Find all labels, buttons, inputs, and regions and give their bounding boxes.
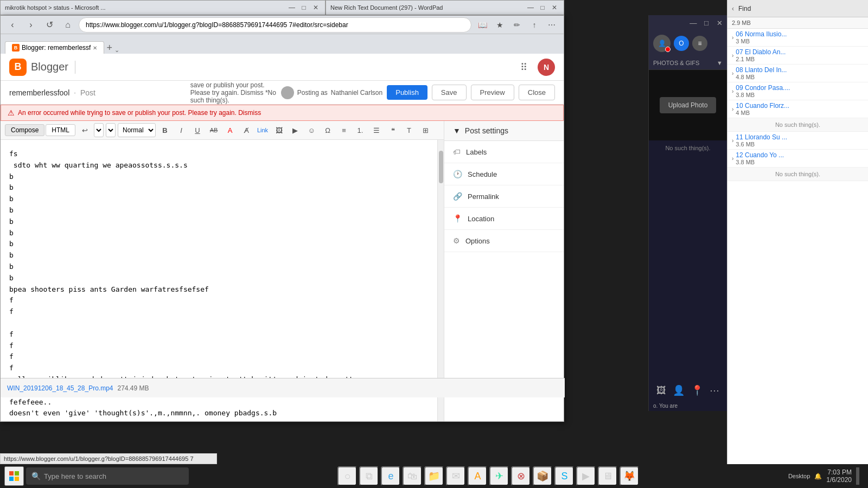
chat-bottom-btn-2[interactable]: 👤 xyxy=(673,384,685,396)
browser-refresh-btn[interactable]: ↺ xyxy=(42,17,57,33)
posting-as-section: Posting as Nathaniel Carlson xyxy=(281,86,382,99)
taskbar: 🔍 Type here to search ○ ⧉ e 🛍 📁 ✉ A ✈ ⊗ … xyxy=(0,464,868,488)
show-desktop-btn[interactable] xyxy=(856,467,859,485)
browser-back-btn[interactable]: ‹ xyxy=(5,17,20,33)
clear-format-btn[interactable]: T xyxy=(402,123,416,137)
taskbar-tripadvisor-btn[interactable]: ✈ xyxy=(489,466,509,486)
font-size-select[interactable]: A xyxy=(106,123,116,137)
list-item[interactable]: › 06 Norma Ilusio... 3 MB xyxy=(727,29,868,47)
reader-view-btn[interactable]: 📖 xyxy=(475,17,490,33)
chat-bottom-btn-1[interactable]: 🖼 xyxy=(656,385,666,396)
publish-button[interactable]: Publish xyxy=(387,85,427,100)
text-color-btn[interactable]: A xyxy=(223,123,237,137)
list-item[interactable]: › 10 Cuando Florz... 4 MB xyxy=(727,100,868,118)
taskbar-pkg-btn[interactable]: 📦 xyxy=(533,466,552,486)
underline-btn[interactable]: U xyxy=(190,123,205,137)
compose-tab[interactable]: Compose xyxy=(5,124,44,136)
browser-tab-blogger[interactable]: B Blogger: rememberlessf ✕ xyxy=(5,41,104,54)
first-window-maximize[interactable]: □ xyxy=(299,3,309,12)
editor-toolbar: Compose HTML ↩ f A Normal B xyxy=(1,121,444,140)
photos-dropdown-icon[interactable]: ▼ xyxy=(717,60,723,66)
bookmark-btn[interactable]: ★ xyxy=(492,17,507,33)
taskbar-firefox-btn[interactable]: 🦊 xyxy=(620,466,639,486)
save-message: save or publish your post. Please try ag… xyxy=(190,81,277,104)
browser-tab-list-btn[interactable]: ⌄ xyxy=(114,47,119,54)
ordered-list-btn[interactable]: 1. xyxy=(353,123,367,137)
align-btn[interactable]: ≡ xyxy=(337,123,351,137)
link-btn[interactable]: Link xyxy=(256,123,270,137)
user-avatar[interactable]: N xyxy=(538,59,555,76)
taskbar-pc-btn[interactable]: 🖥 xyxy=(598,466,617,486)
font-family-select[interactable]: f xyxy=(94,123,104,137)
undo-btn[interactable]: ↩ xyxy=(78,123,92,137)
browser-address-bar[interactable] xyxy=(79,17,471,33)
bold-btn[interactable]: B xyxy=(158,123,172,137)
preview-button[interactable]: Preview xyxy=(471,85,514,100)
list-item[interactable]: › 07 El Diablo An... 2.1 MB xyxy=(727,47,868,65)
editor-scrollbar-thumb[interactable] xyxy=(439,151,443,183)
find-label: Find xyxy=(738,5,751,12)
image-btn[interactable]: 🖼 xyxy=(272,123,286,137)
list-item[interactable]: › 12 Cuando Yo ... 3.8 MB xyxy=(727,150,868,168)
taskbar-fileexpl-btn[interactable]: 📁 xyxy=(424,466,444,486)
taskbar-media-btn[interactable]: ⊗ xyxy=(511,466,531,486)
options-item[interactable]: ⚙ Options xyxy=(444,230,564,252)
chat-bottom-btn-3[interactable]: 📍 xyxy=(691,384,703,396)
list-item[interactable]: › 11 Llorando Su ... 3.6 MB xyxy=(727,132,868,150)
taskbar-search-bar[interactable]: 🔍 Type here to search xyxy=(26,467,189,485)
highlight-btn[interactable]: A̸ xyxy=(239,123,253,137)
unordered-list-btn[interactable]: ☰ xyxy=(369,123,384,137)
special-chars-btn[interactable]: Ω xyxy=(321,123,335,137)
html-tab[interactable]: HTML xyxy=(46,124,75,136)
save-button[interactable]: Save xyxy=(432,85,467,100)
emoji-btn[interactable]: ☺ xyxy=(304,123,318,137)
taskbar-skype-btn[interactable]: S xyxy=(554,466,574,486)
taskbar-edge-btn[interactable]: e xyxy=(381,466,400,486)
list-item[interactable]: › 09 Condor Pasa.... 3.8 MB xyxy=(727,82,868,100)
taskbar-taskvw-btn[interactable]: ⧉ xyxy=(359,466,379,486)
browser-new-tab-btn[interactable]: + xyxy=(106,42,112,54)
quote-btn[interactable]: ❝ xyxy=(386,123,400,137)
share-btn[interactable]: ↑ xyxy=(527,17,542,33)
chat-minimize-btn[interactable]: — xyxy=(688,17,699,28)
annotate-btn[interactable]: ✏ xyxy=(509,17,525,33)
upload-photo-btn[interactable]: Upload Photo xyxy=(660,97,717,113)
chat-bottom-btn-4[interactable]: ⋯ xyxy=(710,384,719,396)
location-item[interactable]: 📍 Location xyxy=(444,208,564,230)
start-button[interactable] xyxy=(4,466,24,486)
chat-scroll-area[interactable]: 🖼 👤 📍 ⋯ o. You are xyxy=(649,156,727,411)
first-window-close[interactable]: ✕ xyxy=(311,3,321,12)
permalink-item[interactable]: 🔗 Permalink xyxy=(444,185,564,208)
chat-maximize-btn[interactable]: □ xyxy=(701,17,712,28)
close-button[interactable]: Close xyxy=(519,85,555,100)
taskbar-cortana-btn[interactable]: ○ xyxy=(337,466,357,486)
apps-grid-btn[interactable]: ⠿ xyxy=(516,60,531,75)
second-window-maximize[interactable]: □ xyxy=(538,3,547,12)
format-select[interactable]: Normal xyxy=(118,123,156,137)
extra-btn[interactable]: ⊞ xyxy=(418,123,432,137)
chat-icon-btn-2[interactable]: ≡ xyxy=(692,36,707,51)
browser-forward-btn[interactable]: › xyxy=(23,17,39,33)
chat-close-btn[interactable]: ✕ xyxy=(714,17,725,28)
more-btn[interactable]: ⋯ xyxy=(544,17,559,33)
taskbar-mail-btn[interactable]: ✉ xyxy=(446,466,465,486)
labels-item[interactable]: 🏷 Labels xyxy=(444,141,564,163)
blogger-logo: B Blogger xyxy=(9,59,68,76)
taskbar-unknown-btn[interactable]: ▶ xyxy=(576,466,596,486)
second-window-minimize[interactable]: — xyxy=(526,3,535,12)
notification-icon[interactable]: 🔔 xyxy=(814,473,822,480)
video-btn[interactable]: ▶ xyxy=(288,123,302,137)
chat-icon-btn-1[interactable]: O xyxy=(674,36,689,51)
browser-home-btn[interactable]: ⌂ xyxy=(60,17,75,33)
strikethrough-btn[interactable]: AB xyxy=(207,123,221,137)
list-item[interactable]: › 08 Llanto Del In... 4.8 MB xyxy=(727,65,868,82)
italic-btn[interactable]: I xyxy=(174,123,188,137)
taskbar-store-btn[interactable]: 🛍 xyxy=(403,466,422,486)
taskbar-amazon-btn[interactable]: A xyxy=(468,466,487,486)
browser-tab-close[interactable]: ✕ xyxy=(93,45,97,51)
taskbar-clock: 7:03 PM 1/6/2020 xyxy=(826,468,852,484)
second-window-close[interactable]: ✕ xyxy=(550,3,559,12)
first-window-minimize[interactable]: — xyxy=(287,3,297,12)
schedule-item[interactable]: 🕐 Schedule xyxy=(444,163,564,185)
fm-back-btn[interactable]: ‹ xyxy=(732,5,734,12)
